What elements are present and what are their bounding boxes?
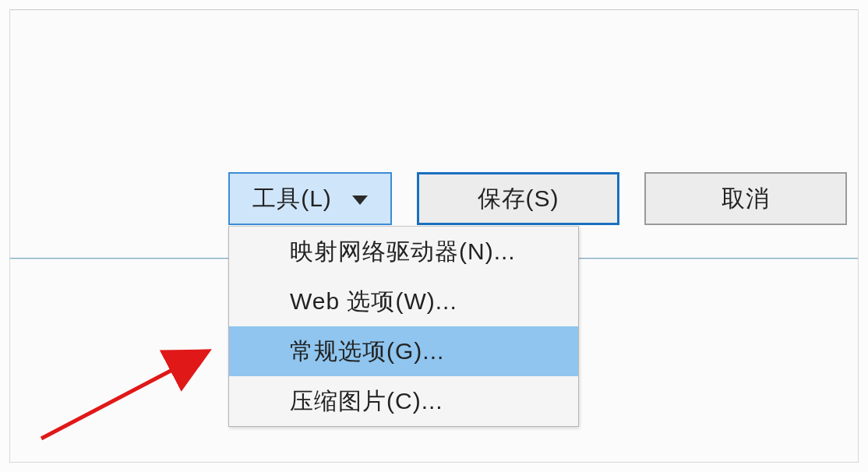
tools-button-label: 工具(L) xyxy=(252,183,332,215)
dialog-button-row: 工具(L) 保存(S) 取消 xyxy=(228,172,847,225)
save-button[interactable]: 保存(S) xyxy=(417,172,619,225)
menu-item-label: 压缩图片(C)... xyxy=(290,386,443,417)
svg-line-1 xyxy=(41,353,205,439)
cancel-button[interactable]: 取消 xyxy=(644,172,847,225)
cancel-button-label: 取消 xyxy=(722,183,770,215)
save-button-label: 保存(S) xyxy=(478,183,559,215)
menu-item-map-network-drive[interactable]: 映射网络驱动器(N)... xyxy=(229,227,578,277)
chevron-down-icon xyxy=(352,195,368,205)
menu-item-label: 常规选项(G)... xyxy=(290,336,444,368)
dialog-frame: 工具(L) 保存(S) 取消 映射网络驱动器(N)... Web 选项(W)..… xyxy=(9,9,859,463)
menu-item-general-options[interactable]: 常规选项(G)... xyxy=(229,326,578,376)
menu-item-web-options[interactable]: Web 选项(W)... xyxy=(229,277,578,326)
tools-dropdown-menu: 映射网络驱动器(N)... Web 选项(W)... 常规选项(G)... 压缩… xyxy=(228,226,579,427)
menu-item-label: 映射网络驱动器(N)... xyxy=(290,236,516,268)
menu-item-label: Web 选项(W)... xyxy=(290,286,457,318)
arrow-annotation-icon xyxy=(34,322,228,446)
menu-item-compress-pictures[interactable]: 压缩图片(C)... xyxy=(229,376,578,426)
tools-dropdown-button[interactable]: 工具(L) xyxy=(228,172,392,225)
